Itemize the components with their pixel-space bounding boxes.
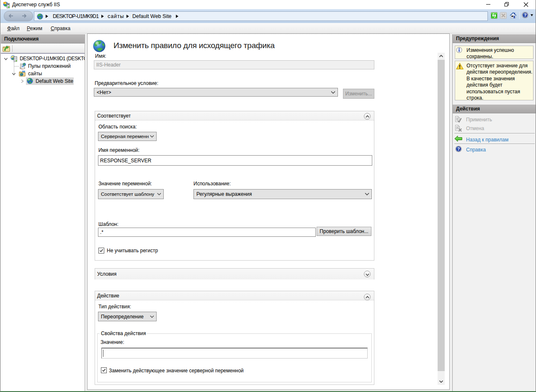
svg-text:?: ?	[524, 13, 527, 18]
svg-text:?: ?	[457, 146, 460, 151]
